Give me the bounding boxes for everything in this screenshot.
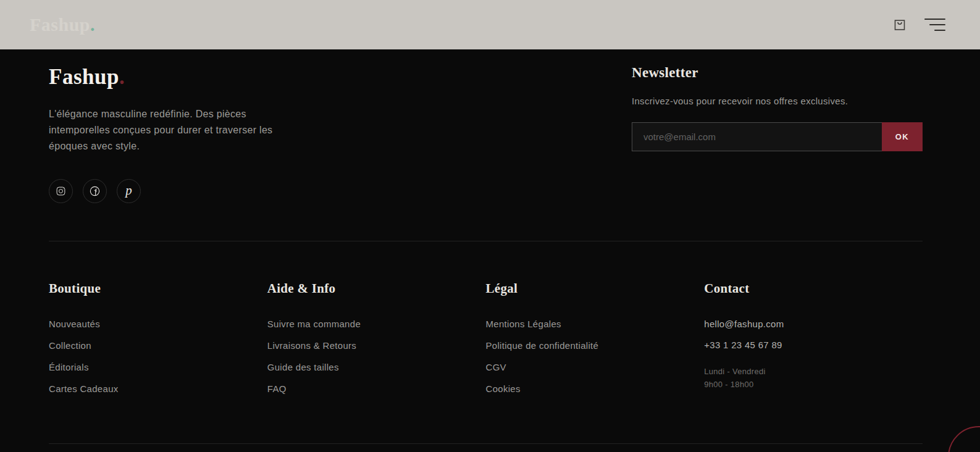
header-logo-text: Fashup — [30, 14, 90, 35]
column-contact: Contact hello@fashup.com +33 1 23 45 67 … — [704, 281, 923, 405]
footer-link-columns: Boutique Nouveautés Collection Éditorial… — [49, 241, 923, 405]
list-item: Nouveautés — [49, 319, 267, 330]
list-item: Cartes Cadeaux — [49, 383, 267, 395]
contact-phone-link[interactable]: +33 1 23 45 67 89 — [704, 340, 923, 350]
newsletter-form: OK — [632, 122, 923, 151]
newsletter-title: Newsletter — [632, 65, 923, 81]
list-item: Collection — [49, 340, 267, 351]
list-item: Mentions Légales — [486, 319, 705, 330]
link-collection[interactable]: Collection — [49, 340, 91, 351]
link-guide-tailles[interactable]: Guide des tailles — [267, 362, 339, 372]
list-item: FAQ — [267, 383, 486, 395]
cart-button[interactable] — [892, 17, 907, 32]
column-legal: Légal Mentions Légales Politique de conf… — [486, 281, 705, 405]
list-item: Suivre ma commande — [267, 319, 486, 330]
instagram-button[interactable] — [49, 179, 73, 203]
link-cgv[interactable]: CGV — [486, 362, 506, 372]
column-title: Aide & Info — [267, 281, 486, 296]
shopping-bag-icon — [892, 17, 907, 32]
pinterest-button[interactable]: p — [117, 179, 141, 203]
newsletter-submit-button[interactable]: OK — [882, 122, 923, 151]
menu-button[interactable] — [924, 16, 945, 33]
list-item: Livraisons & Retours — [267, 340, 486, 351]
link-mentions-legales[interactable]: Mentions Légales — [486, 319, 561, 329]
social-links: p — [49, 179, 333, 203]
contact-hours: Lundi - Vendredi 9h00 - 18h00 — [704, 365, 923, 391]
column-boutique: Boutique Nouveautés Collection Éditorial… — [49, 281, 267, 405]
list-item: CGV — [486, 362, 705, 373]
link-faq[interactable]: FAQ — [267, 383, 287, 394]
brand-dot: . — [119, 65, 125, 89]
column-title: Légal — [486, 281, 705, 296]
pinterest-icon: p — [125, 184, 132, 197]
link-politique-confidentialite[interactable]: Politique de confidentialité — [486, 340, 599, 351]
list-item: Guide des tailles — [267, 362, 486, 373]
footer: Fashup. L'élégance masculine redéfinie. … — [0, 49, 980, 452]
newsletter-block: Newsletter Inscrivez-vous pour recevoir … — [632, 65, 923, 203]
link-nouveautes[interactable]: Nouveautés — [49, 319, 100, 329]
footer-bottom-bar: © 2026 Fashup Inc. Tous droits réservés.… — [49, 444, 923, 452]
link-livraisons-retours[interactable]: Livraisons & Retours — [267, 340, 356, 351]
hamburger-menu-icon — [924, 19, 945, 20]
brand-tagline: L'élégance masculine redéfinie. Des pièc… — [49, 106, 293, 154]
link-suivre-commande[interactable]: Suivre ma commande — [267, 319, 361, 329]
list-item: Politique de confidentialité — [486, 340, 705, 351]
facebook-button[interactable] — [83, 179, 107, 203]
link-cookies[interactable]: Cookies — [486, 383, 521, 394]
newsletter-email-input[interactable] — [632, 122, 882, 151]
brand-block: Fashup. L'élégance masculine redéfinie. … — [49, 65, 333, 203]
facebook-icon — [89, 185, 101, 197]
header-logo[interactable]: Fashup. — [30, 14, 95, 35]
link-editorials[interactable]: Éditorials — [49, 362, 89, 372]
brand-name: Fashup. — [49, 65, 333, 90]
list-item: Éditorials — [49, 362, 267, 373]
link-cartes-cadeaux[interactable]: Cartes Cadeaux — [49, 383, 119, 394]
header-logo-dot: . — [90, 14, 95, 35]
column-title: Boutique — [49, 281, 267, 296]
newsletter-subtitle: Inscrivez-vous pour recevoir nos offres … — [632, 96, 923, 106]
list-item: Cookies — [486, 383, 705, 395]
instagram-icon — [56, 186, 66, 196]
column-title: Contact — [704, 281, 923, 296]
column-aide-info: Aide & Info Suivre ma commande Livraison… — [267, 281, 486, 405]
header-actions — [892, 16, 945, 33]
contact-email-link[interactable]: hello@fashup.com — [704, 319, 923, 329]
site-header: Fashup. — [0, 0, 980, 49]
